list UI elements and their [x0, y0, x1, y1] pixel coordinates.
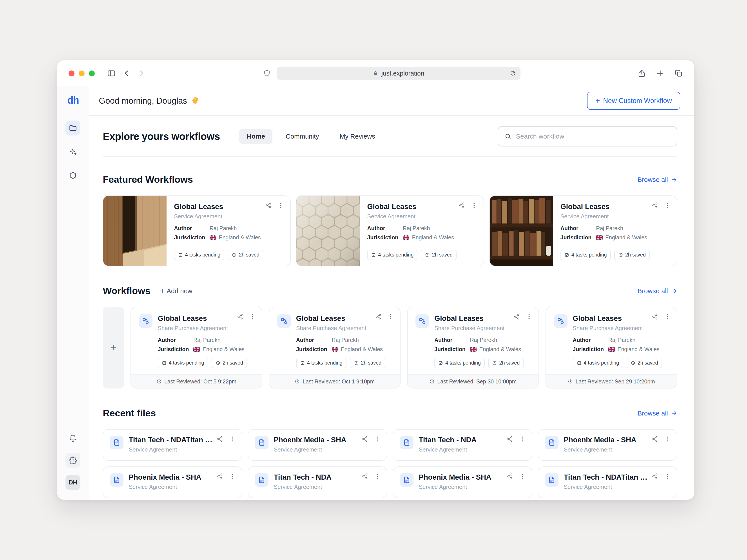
workflow-card[interactable]: Global Leases Share Purchase Agreement A…: [130, 307, 262, 389]
kebab-menu-icon[interactable]: [374, 473, 381, 480]
user-avatar[interactable]: DH: [66, 475, 80, 490]
time-saved-badge: 2h saved: [626, 358, 662, 368]
sidebar-item-vault[interactable]: [66, 168, 80, 183]
file-title: Phoenix Media - SHA: [274, 436, 359, 444]
kebab-menu-icon[interactable]: [526, 313, 532, 320]
tab-my-reviews[interactable]: My Reviews: [332, 129, 383, 143]
zoom-window-button[interactable]: [89, 71, 95, 76]
share-icon[interactable]: [362, 436, 368, 442]
share-icon[interactable]: [216, 436, 223, 442]
back-icon[interactable]: [122, 69, 131, 78]
sidebar-toggle-icon[interactable]: [107, 69, 116, 78]
featured-workflow-card[interactable]: Global Leases Service Agreement AuthorRa…: [296, 195, 484, 266]
recent-file-card[interactable]: Phoenix Media - SHA Service Agreement: [393, 466, 532, 498]
workflow-icon: [277, 314, 291, 328]
kebab-menu-icon[interactable]: [471, 202, 478, 209]
kebab-menu-icon[interactable]: [249, 313, 256, 320]
settings-gear-icon[interactable]: [66, 453, 80, 468]
card-body: Global Leases Service Agreement AuthorRa…: [360, 196, 483, 266]
sidebar-item-assistant[interactable]: [66, 144, 80, 159]
share-icon[interactable]: [459, 202, 465, 209]
card-subtitle: Share Purchase Agreement: [296, 325, 369, 331]
card-thumbnail-library: [490, 196, 553, 266]
kebab-menu-icon[interactable]: [664, 473, 671, 480]
recent-file-card[interactable]: Titan Tech - NDA Service Agreement: [248, 466, 387, 498]
tasks-icon: [178, 252, 183, 257]
share-icon[interactable]: [216, 473, 223, 480]
share-icon[interactable]: [652, 436, 658, 442]
clock-icon: [429, 379, 435, 384]
kebab-menu-icon[interactable]: [229, 436, 235, 442]
recent-file-card[interactable]: Titan Tech - NDATitan T... Service Agree…: [103, 429, 242, 461]
kebab-menu-icon[interactable]: [664, 436, 671, 442]
new-custom-workflow-button[interactable]: + New Custom Workflow: [587, 92, 680, 110]
kebab-menu-icon[interactable]: [229, 473, 235, 480]
file-subtitle: Service Agreement: [419, 484, 504, 490]
add-new-workflow-button[interactable]: + Add new: [160, 287, 192, 295]
clock-icon: [492, 361, 497, 366]
uk-flag-icon: [596, 235, 603, 240]
file-subtitle: Service Agreement: [129, 446, 214, 453]
clock-icon: [630, 361, 636, 366]
share-icon[interactable]: [265, 202, 272, 209]
share-icon[interactable]: [237, 313, 243, 320]
share-icon[interactable]: [652, 473, 658, 480]
kebab-menu-icon[interactable]: [387, 313, 394, 320]
tab-overview-icon[interactable]: [674, 69, 683, 78]
kebab-menu-icon[interactable]: [519, 473, 525, 480]
workflow-card[interactable]: Global Leases Share Purchase Agreement A…: [545, 307, 677, 389]
app-logo[interactable]: dh: [67, 94, 79, 106]
recent-file-card[interactable]: Phoenix Media - SHA Service Agreement: [103, 466, 242, 498]
new-tab-icon[interactable]: [656, 69, 664, 78]
featured-workflow-card[interactable]: Global Leases Service Agreement AuthorRa…: [489, 195, 677, 266]
share-page-icon[interactable]: [638, 69, 646, 78]
sidebar-item-workflows[interactable]: [66, 121, 80, 135]
kebab-menu-icon[interactable]: [664, 313, 671, 320]
recent-file-card[interactable]: Phoenix Media - SHA Service Agreement: [538, 429, 677, 461]
share-icon[interactable]: [652, 313, 658, 320]
share-icon[interactable]: [375, 313, 382, 320]
author-label: Author: [158, 337, 194, 343]
address-bar[interactable]: just.exploration: [277, 67, 520, 80]
document-icon: [110, 436, 124, 449]
kebab-menu-icon[interactable]: [519, 436, 525, 442]
reload-icon[interactable]: [510, 70, 516, 77]
featured-workflow-card[interactable]: Global Leases Service Agreement AuthorRa…: [103, 195, 291, 266]
recent-file-card[interactable]: Phoenix Media - SHA Service Agreement: [248, 429, 387, 461]
share-icon[interactable]: [507, 473, 513, 480]
clock-icon: [156, 379, 162, 384]
tab-home[interactable]: Home: [239, 129, 273, 143]
kebab-menu-icon[interactable]: [278, 202, 284, 209]
window-controls: [69, 71, 95, 76]
tasks-pending-badge: 4 tasks pending: [434, 358, 485, 368]
share-icon[interactable]: [652, 202, 658, 209]
minimize-window-button[interactable]: [79, 71, 84, 76]
last-reviewed-footer: Last Reviewed: Oct 5 9:22pm: [131, 374, 262, 388]
search-input[interactable]: [516, 133, 671, 140]
share-icon[interactable]: [513, 313, 520, 320]
recent-file-card[interactable]: Titan Tech - NDATitan T... Service Agree…: [538, 466, 677, 498]
featured-browse-all-link[interactable]: Browse all: [638, 176, 677, 183]
notifications-bell-icon[interactable]: [66, 430, 80, 445]
share-icon[interactable]: [362, 473, 368, 480]
author-label: Author: [174, 225, 210, 232]
recent-file-card[interactable]: Titan Tech - NDA Service Agreement: [393, 429, 532, 461]
privacy-shield-icon[interactable]: [263, 70, 271, 77]
tab-community[interactable]: Community: [278, 129, 327, 143]
workflow-card[interactable]: Global Leases Share Purchase Agreement A…: [407, 307, 539, 389]
author-label: Author: [434, 337, 470, 343]
add-workflow-tile[interactable]: +: [103, 307, 124, 389]
workflow-card[interactable]: Global Leases Share Purchase Agreement A…: [269, 307, 401, 389]
plus-icon: +: [110, 342, 117, 353]
workflows-browse-all-link[interactable]: Browse all: [638, 287, 677, 295]
recent-browse-all-link[interactable]: Browse all: [638, 409, 677, 417]
kebab-menu-icon[interactable]: [374, 436, 381, 442]
close-window-button[interactable]: [69, 71, 75, 76]
share-icon[interactable]: [507, 436, 513, 442]
jurisdiction-label: Jurisdiction: [561, 234, 596, 241]
forward-icon[interactable]: [137, 69, 146, 78]
file-subtitle: Service Agreement: [274, 446, 359, 453]
kebab-menu-icon[interactable]: [664, 202, 671, 209]
card-thumbnail-hexagons: [297, 196, 360, 266]
uk-flag-icon: [470, 347, 476, 352]
